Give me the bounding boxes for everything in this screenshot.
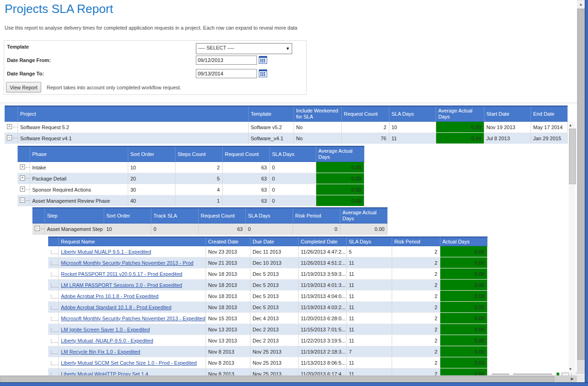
table-row: −Software Request v4.1Software_v4.1No761… <box>5 133 567 144</box>
cell-completed-date: 11/20/2013 6:28:0... <box>298 313 346 324</box>
cell-risk-period: 2 <box>392 346 440 357</box>
request-link[interactable]: Microsoft Monthly Security Patches Novem… <box>61 316 206 321</box>
cell-actual-days: 0.00 <box>440 280 487 291</box>
request-link[interactable]: Liberty Mutual SCCM Set Cache Size 1.0 -… <box>61 360 197 366</box>
request-link[interactable]: Liberty Mutual NUALP 9.5.1 - Expedited <box>61 249 151 255</box>
col-header-steps-count: Steps Count <box>175 146 222 162</box>
cell-track-sla: 0 <box>151 224 198 235</box>
table-row: Liberty Mutual NUALP 9.5.1 - ExpeditedNo… <box>48 246 487 257</box>
tree-branch <box>51 295 58 299</box>
cell-request-name: Microsoft Monthly Security Patches Novem… <box>58 257 206 268</box>
col-header-include-weekend: Include Weekened for SLA <box>294 106 341 122</box>
request-table: Request NameCreated DateDue DateComplete… <box>48 237 488 380</box>
cell-completed-date: 11/19/2013 4:04:0... <box>298 291 346 302</box>
col-header-end-date: End Date <box>531 106 567 122</box>
request-link[interactable]: Adobe Acrobat Standard 10.1.8 - Prod Exp… <box>61 305 172 310</box>
tree-branch <box>26 199 30 201</box>
expand-plus-icon[interactable]: + <box>7 124 12 129</box>
scroll-down-icon[interactable]: ▼ <box>569 366 575 373</box>
cell-request-count: 63 <box>222 162 269 173</box>
expand-plus-icon[interactable]: + <box>20 164 25 169</box>
cell-end-date: Jan 29 2015 <box>531 133 567 144</box>
report-vertical-scrollbar[interactable]: ▲ ▼ <box>569 121 575 373</box>
view-report-button[interactable]: View Report <box>6 82 41 93</box>
date-from-label: Date Range From: <box>7 57 51 63</box>
horizontal-scrollbar[interactable]: ▶ <box>0 375 577 382</box>
cell-risk-period: 2 <box>392 302 440 313</box>
tree-branch <box>26 166 30 168</box>
cell-created-date: Nov 21 2013 <box>206 257 250 268</box>
cell-created-date: Nov 18 2013 <box>206 268 250 280</box>
calendar-icon[interactable] <box>259 69 267 77</box>
cell-request-count: 76 <box>341 133 389 144</box>
col-header-sla-days: SLA Days <box>389 106 436 122</box>
page-vertical-scrollbar[interactable]: ▲ ▼ <box>577 0 585 382</box>
scroll-right-icon[interactable]: ▶ <box>569 375 576 382</box>
cell-sla-days: 11 <box>346 357 392 368</box>
cell-risk-period: 0 <box>293 224 340 235</box>
request-link[interactable]: LM Ignite Screen Saver 1.0 - Expedited <box>61 327 150 332</box>
report-vscroll-thumb[interactable] <box>569 129 576 184</box>
cell-created-date: Nov 18 2013 <box>206 291 250 302</box>
template-select[interactable]: ---- SELECT ---- ▼ <box>196 43 292 54</box>
request-link[interactable]: Liberty Mutual -NUALP-9.5.0 - Expedited <box>61 338 153 343</box>
cell-sla-days: 7 <box>346 346 392 357</box>
request-link[interactable]: LM Recycle Bin Fix 1.0 - Expedited <box>61 349 140 355</box>
cell-sort-order: 20 <box>128 173 175 184</box>
cell-request-name: Liberty Mutual SCCM Set Cache Size 1.0 -… <box>58 357 206 368</box>
tree-branch <box>13 125 18 127</box>
calendar-icon[interactable] <box>259 56 267 64</box>
collapse-minus-icon[interactable]: − <box>20 198 25 203</box>
request-link[interactable]: Adobe Acrobat Pro 10.1.8 - Prod Expedite… <box>61 293 159 299</box>
cell-request-name: Liberty Mutual NUALP 9.5.1 - Expedited <box>58 246 206 257</box>
page-vscroll-thumb[interactable] <box>577 9 585 360</box>
expander-cell <box>48 302 58 313</box>
table-row: LM Recycle Bin Fix 1.0 - ExpeditedNov 8 … <box>48 346 487 357</box>
cell-created-date: Nov 13 2013 <box>206 324 250 335</box>
cell-request-name: Adobe Acrobat Pro 10.1.8 - Prod Expedite… <box>58 291 206 302</box>
date-to-input[interactable] <box>196 69 257 78</box>
expand-plus-icon[interactable]: + <box>20 175 25 181</box>
tree-branch <box>51 250 58 254</box>
cell-due-date: Nov 25 2013 <box>250 357 298 368</box>
cell-request-name: LM Recycle Bin Fix 1.0 - Expedited <box>58 346 206 357</box>
cell-actual-days: 0.00 <box>440 313 487 324</box>
cell-actual-days: 0.00 <box>440 291 487 302</box>
expander-cell <box>48 257 58 268</box>
cell-sla-days: 11 <box>346 313 392 324</box>
collapse-minus-icon[interactable]: − <box>35 226 40 231</box>
request-link[interactable]: LM LRAM PASSPORT Sessions 2.0 - Prod Exp… <box>61 282 182 288</box>
table-row: LM LRAM PASSPORT Sessions 2.0 - Prod Exp… <box>48 280 487 291</box>
collapse-minus-icon[interactable]: − <box>7 135 12 140</box>
cell-created-date: Nov 23 2013 <box>206 246 250 257</box>
expander-col-header <box>18 146 30 162</box>
phase-table: PhaseSort OrderSteps CountRequest CountS… <box>18 146 364 206</box>
scroll-up-icon[interactable]: ▲ <box>569 122 575 129</box>
cell-sla-days: 10 <box>389 122 436 133</box>
cell-due-date: Dec 5 2013 <box>250 302 298 313</box>
request-link[interactable]: Microsoft Monthly Security Patches Novem… <box>61 260 194 266</box>
expand-plus-icon[interactable]: + <box>20 187 25 192</box>
scroll-up-icon[interactable]: ▲ <box>577 0 585 8</box>
table-row: +Software Request 5.2Software v5.2No2100… <box>5 122 567 133</box>
cell-template: Software v5.2 <box>248 122 294 133</box>
cell-actual-days: 0.00 <box>440 357 487 368</box>
cell-risk-period: 2 <box>392 357 440 368</box>
cell-sla-days: 11 <box>346 302 392 313</box>
expander-cell <box>48 346 58 357</box>
cell-sla-days: 0 <box>269 173 316 184</box>
cell-avg-actual-days: 0.00 <box>316 173 364 184</box>
col-header-track-sla: Track SLA <box>151 208 198 224</box>
tree-branch <box>26 177 30 179</box>
cell-request-count: 63 <box>198 224 245 235</box>
col-header-due-date: Due Date <box>250 237 298 246</box>
request-link[interactable]: Rocket PASSPORT 2011 v20.0.5.17 - Prod E… <box>61 271 182 277</box>
report-area: ProjectTemplateInclude Weekened for SLAR… <box>5 106 577 380</box>
window-border-bottom <box>0 382 588 386</box>
report-note: Report takes into account only completed… <box>47 85 181 90</box>
cell-start-date: Nov 19 2013 <box>484 122 531 133</box>
expander-cell: − <box>5 133 18 144</box>
date-from-input[interactable] <box>196 56 257 65</box>
hscroll-thumb[interactable] <box>0 376 554 383</box>
window-border-right <box>585 0 588 386</box>
